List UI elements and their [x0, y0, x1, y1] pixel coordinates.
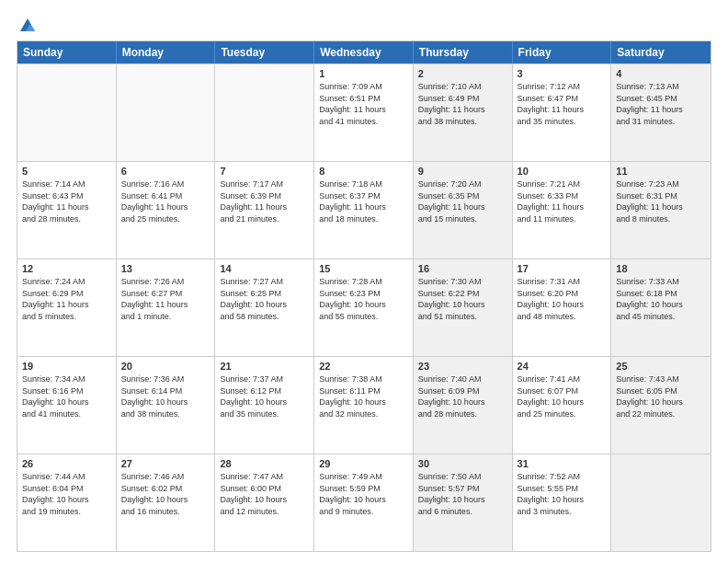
cal-cell-day-27: 27Sunrise: 7:46 AM Sunset: 6:02 PM Dayli…: [117, 454, 216, 551]
cal-cell-empty: [17, 64, 117, 161]
cal-cell-day-7: 7Sunrise: 7:17 AM Sunset: 6:39 PM Daylig…: [215, 162, 314, 259]
cell-info: Sunrise: 7:24 AM Sunset: 6:29 PM Dayligh…: [22, 276, 111, 322]
day-number: 22: [319, 361, 408, 372]
cal-cell-day-28: 28Sunrise: 7:47 AM Sunset: 6:00 PM Dayli…: [215, 454, 314, 551]
cal-cell-day-2: 2Sunrise: 7:10 AM Sunset: 6:49 PM Daylig…: [414, 64, 513, 161]
calendar-body: 1Sunrise: 7:09 AM Sunset: 6:51 PM Daylig…: [17, 63, 711, 551]
cell-info: Sunrise: 7:17 AM Sunset: 6:39 PM Dayligh…: [220, 178, 309, 224]
logo-icon: [18, 17, 37, 35]
day-number: 25: [616, 361, 706, 372]
cell-info: Sunrise: 7:52 AM Sunset: 5:55 PM Dayligh…: [518, 471, 607, 517]
day-number: 14: [220, 263, 309, 274]
day-number: 8: [319, 166, 408, 177]
cal-cell-day-12: 12Sunrise: 7:24 AM Sunset: 6:29 PM Dayli…: [17, 259, 117, 356]
cell-info: Sunrise: 7:18 AM Sunset: 6:37 PM Dayligh…: [319, 178, 408, 224]
cell-info: Sunrise: 7:26 AM Sunset: 6:27 PM Dayligh…: [121, 276, 210, 322]
header-day-saturday: Saturday: [611, 41, 711, 63]
day-number: 10: [518, 166, 607, 177]
calendar-header: SundayMondayTuesdayWednesdayThursdayFrid…: [17, 41, 711, 63]
day-number: 15: [319, 263, 408, 274]
cal-row-4: 26Sunrise: 7:44 AM Sunset: 6:04 PM Dayli…: [17, 454, 711, 551]
day-number: 29: [319, 458, 408, 469]
cell-info: Sunrise: 7:09 AM Sunset: 6:51 PM Dayligh…: [319, 81, 408, 127]
day-number: 12: [22, 263, 111, 274]
cell-info: Sunrise: 7:36 AM Sunset: 6:14 PM Dayligh…: [121, 373, 210, 419]
cal-cell-day-21: 21Sunrise: 7:37 AM Sunset: 6:12 PM Dayli…: [215, 357, 314, 454]
cell-info: Sunrise: 7:30 AM Sunset: 6:22 PM Dayligh…: [418, 276, 507, 322]
header-day-wednesday: Wednesday: [314, 41, 414, 63]
day-number: 7: [220, 166, 309, 177]
day-number: 31: [518, 458, 607, 469]
header-day-monday: Monday: [117, 41, 216, 63]
day-number: 16: [418, 263, 507, 274]
cal-cell-day-6: 6Sunrise: 7:16 AM Sunset: 6:41 PM Daylig…: [117, 162, 216, 259]
day-number: 2: [418, 68, 507, 79]
cal-cell-day-5: 5Sunrise: 7:14 AM Sunset: 6:43 PM Daylig…: [17, 162, 117, 259]
cell-info: Sunrise: 7:10 AM Sunset: 6:49 PM Dayligh…: [418, 81, 507, 127]
day-number: 4: [616, 68, 706, 79]
day-number: 24: [518, 361, 607, 372]
header-day-thursday: Thursday: [414, 41, 513, 63]
page: SundayMondayTuesdayWednesdayThursdayFrid…: [0, 0, 728, 563]
day-number: 27: [121, 458, 210, 469]
day-number: 5: [22, 166, 111, 177]
cal-cell-day-14: 14Sunrise: 7:27 AM Sunset: 6:25 PM Dayli…: [215, 259, 314, 356]
cal-cell-empty: [117, 64, 216, 161]
cell-info: Sunrise: 7:50 AM Sunset: 5:57 PM Dayligh…: [418, 471, 507, 517]
day-number: 6: [121, 166, 210, 177]
day-number: 21: [220, 361, 309, 372]
cal-cell-day-22: 22Sunrise: 7:38 AM Sunset: 6:11 PM Dayli…: [314, 357, 414, 454]
day-number: 17: [518, 263, 607, 274]
cal-cell-day-17: 17Sunrise: 7:31 AM Sunset: 6:20 PM Dayli…: [513, 259, 612, 356]
cell-info: Sunrise: 7:14 AM Sunset: 6:43 PM Dayligh…: [22, 178, 111, 224]
cell-info: Sunrise: 7:46 AM Sunset: 6:02 PM Dayligh…: [121, 471, 210, 517]
cal-cell-day-10: 10Sunrise: 7:21 AM Sunset: 6:33 PM Dayli…: [513, 162, 612, 259]
day-number: 11: [616, 166, 706, 177]
cal-cell-day-16: 16Sunrise: 7:30 AM Sunset: 6:22 PM Dayli…: [414, 259, 513, 356]
cell-info: Sunrise: 7:40 AM Sunset: 6:09 PM Dayligh…: [418, 373, 507, 419]
cal-cell-day-8: 8Sunrise: 7:18 AM Sunset: 6:37 PM Daylig…: [314, 162, 414, 259]
cell-info: Sunrise: 7:49 AM Sunset: 5:59 PM Dayligh…: [319, 471, 408, 517]
cell-info: Sunrise: 7:20 AM Sunset: 6:35 PM Dayligh…: [418, 178, 507, 224]
cal-cell-day-13: 13Sunrise: 7:26 AM Sunset: 6:27 PM Dayli…: [117, 259, 216, 356]
cal-cell-day-23: 23Sunrise: 7:40 AM Sunset: 6:09 PM Dayli…: [414, 357, 513, 454]
cal-cell-day-25: 25Sunrise: 7:43 AM Sunset: 6:05 PM Dayli…: [611, 357, 711, 454]
cal-cell-empty: [611, 454, 711, 551]
cell-info: Sunrise: 7:44 AM Sunset: 6:04 PM Dayligh…: [22, 471, 111, 517]
cal-cell-day-9: 9Sunrise: 7:20 AM Sunset: 6:35 PM Daylig…: [414, 162, 513, 259]
header: [17, 17, 711, 31]
cell-info: Sunrise: 7:28 AM Sunset: 6:23 PM Dayligh…: [319, 276, 408, 322]
cal-cell-day-11: 11Sunrise: 7:23 AM Sunset: 6:31 PM Dayli…: [611, 162, 711, 259]
cal-cell-day-20: 20Sunrise: 7:36 AM Sunset: 6:14 PM Dayli…: [117, 357, 216, 454]
day-number: 30: [418, 458, 507, 469]
day-number: 9: [418, 166, 507, 177]
day-number: 23: [418, 361, 507, 372]
header-day-friday: Friday: [513, 41, 612, 63]
cal-row-0: 1Sunrise: 7:09 AM Sunset: 6:51 PM Daylig…: [17, 63, 711, 161]
cell-info: Sunrise: 7:27 AM Sunset: 6:25 PM Dayligh…: [220, 276, 309, 322]
cal-cell-day-3: 3Sunrise: 7:12 AM Sunset: 6:47 PM Daylig…: [513, 64, 612, 161]
cal-cell-day-31: 31Sunrise: 7:52 AM Sunset: 5:55 PM Dayli…: [513, 454, 612, 551]
header-day-sunday: Sunday: [17, 41, 117, 63]
cell-info: Sunrise: 7:12 AM Sunset: 6:47 PM Dayligh…: [518, 81, 607, 127]
cell-info: Sunrise: 7:23 AM Sunset: 6:31 PM Dayligh…: [616, 178, 706, 224]
cell-info: Sunrise: 7:33 AM Sunset: 6:18 PM Dayligh…: [616, 276, 706, 322]
cell-info: Sunrise: 7:16 AM Sunset: 6:41 PM Dayligh…: [121, 178, 210, 224]
cal-row-1: 5Sunrise: 7:14 AM Sunset: 6:43 PM Daylig…: [17, 161, 711, 259]
day-number: 1: [319, 68, 408, 79]
cal-row-2: 12Sunrise: 7:24 AM Sunset: 6:29 PM Dayli…: [17, 259, 711, 356]
cell-info: Sunrise: 7:47 AM Sunset: 6:00 PM Dayligh…: [220, 471, 309, 517]
day-number: 19: [22, 361, 111, 372]
cell-info: Sunrise: 7:38 AM Sunset: 6:11 PM Dayligh…: [319, 373, 408, 419]
header-day-tuesday: Tuesday: [215, 41, 314, 63]
cal-cell-day-29: 29Sunrise: 7:49 AM Sunset: 5:59 PM Dayli…: [314, 454, 414, 551]
day-number: 18: [616, 263, 706, 274]
cell-info: Sunrise: 7:41 AM Sunset: 6:07 PM Dayligh…: [518, 373, 607, 419]
day-number: 13: [121, 263, 210, 274]
cal-row-3: 19Sunrise: 7:34 AM Sunset: 6:16 PM Dayli…: [17, 356, 711, 454]
cal-cell-empty: [215, 64, 314, 161]
day-number: 26: [22, 458, 111, 469]
cal-cell-day-19: 19Sunrise: 7:34 AM Sunset: 6:16 PM Dayli…: [17, 357, 117, 454]
logo-text: [17, 17, 37, 35]
cal-cell-day-26: 26Sunrise: 7:44 AM Sunset: 6:04 PM Dayli…: [17, 454, 117, 551]
